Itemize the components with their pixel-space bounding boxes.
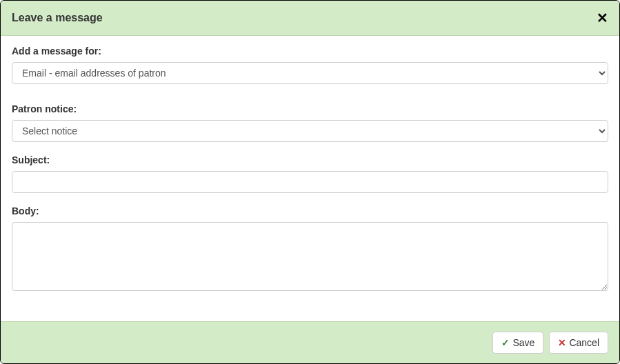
body-textarea[interactable]	[12, 222, 608, 291]
leave-message-modal: Leave a message ✕ Add a message for: Ema…	[0, 0, 620, 364]
message-for-select[interactable]: Email - email addresses of patron	[12, 62, 608, 84]
save-button[interactable]: ✓ Save	[492, 332, 543, 354]
patron-notice-select[interactable]: Select notice	[12, 120, 608, 142]
x-icon: ✕	[558, 337, 566, 348]
subject-input[interactable]	[12, 171, 608, 193]
cancel-button-label: Cancel	[569, 337, 599, 348]
patron-notice-group: Patron notice: Select notice	[12, 103, 608, 142]
save-button-label: Save	[512, 337, 534, 348]
modal-body: Add a message for: Email - email address…	[1, 36, 619, 321]
cancel-button[interactable]: ✕ Cancel	[549, 332, 608, 354]
modal-header: Leave a message ✕	[1, 1, 619, 36]
close-icon[interactable]: ✕	[597, 11, 608, 25]
patron-notice-label: Patron notice:	[12, 103, 608, 114]
modal-footer: ✓ Save ✕ Cancel	[1, 321, 619, 363]
subject-label: Subject:	[12, 154, 608, 165]
subject-group: Subject:	[12, 154, 608, 193]
check-icon: ✓	[501, 337, 510, 348]
body-group: Body:	[12, 205, 608, 293]
message-for-group: Add a message for: Email - email address…	[12, 46, 608, 84]
modal-title: Leave a message	[12, 12, 103, 24]
message-for-label: Add a message for:	[12, 46, 608, 57]
body-label: Body:	[12, 205, 608, 216]
